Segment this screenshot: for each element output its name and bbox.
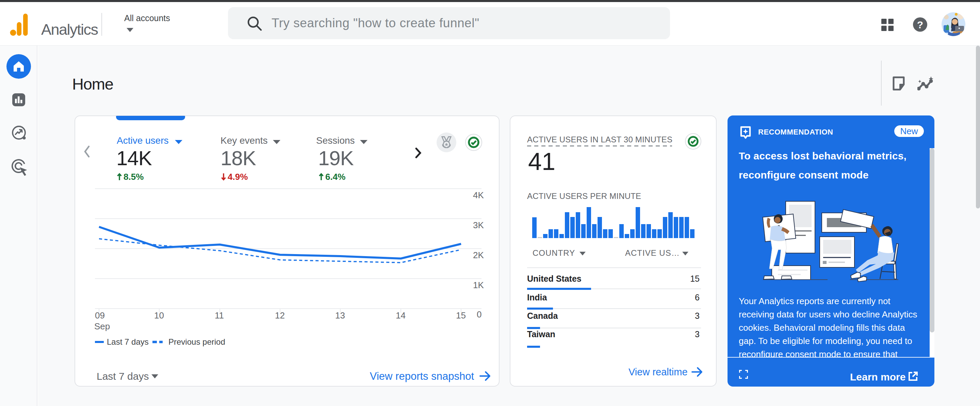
svg-text:0: 0 (477, 309, 482, 320)
svg-text:1K: 1K (473, 280, 484, 290)
svg-text:15: 15 (456, 310, 466, 321)
svg-text:3K: 3K (473, 220, 484, 230)
svg-text:10: 10 (154, 310, 164, 321)
svg-text:Sep: Sep (94, 321, 110, 331)
svg-text:13: 13 (335, 310, 345, 321)
svg-text:09: 09 (95, 310, 105, 321)
svg-text:4K: 4K (473, 190, 484, 200)
svg-text:Previous period: Previous period (169, 337, 225, 346)
svg-text:12: 12 (275, 310, 285, 321)
svg-text:Last 7 days: Last 7 days (107, 337, 149, 346)
svg-text:11: 11 (215, 310, 224, 321)
svg-text:14: 14 (396, 310, 406, 321)
svg-text:2K: 2K (473, 250, 484, 260)
